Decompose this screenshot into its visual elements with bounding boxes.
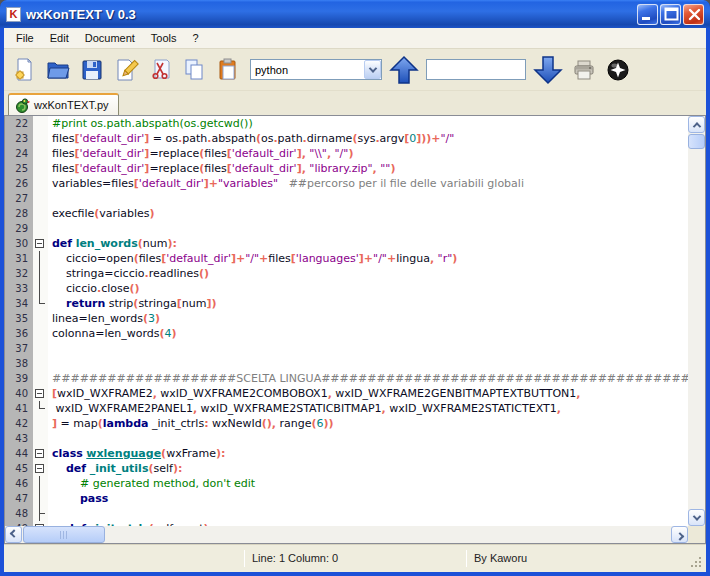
code-line-41[interactable]: 41 wxID_WXFRAME2PANEL1, wxID_WXFRAME2STA… [5,401,688,416]
line-number[interactable]: 45 [5,461,33,476]
line-number[interactable]: 24 [5,146,33,161]
code-line-30[interactable]: 30def len_words(num): [5,236,688,251]
code-line-48[interactable]: 48 [5,506,688,521]
menu-item-tools[interactable]: Tools [143,30,185,46]
code-line-29[interactable]: 29 [5,221,688,236]
scroll-down-button[interactable] [688,509,705,526]
code-text[interactable]: linea=len_words(3) [48,311,160,326]
line-number[interactable]: 37 [5,341,33,356]
horizontal-scrollbar[interactable] [5,526,688,543]
maximize-button[interactable] [660,4,681,25]
find-input[interactable] [426,59,526,80]
code-text[interactable]: def _init_utils(self): [48,461,182,476]
find-previous-button[interactable] [388,54,420,86]
code-line-35[interactable]: 35linea=len_words(3) [5,311,688,326]
code-line-42[interactable]: 42] = map(lambda _init_ctrls: wxNewId(),… [5,416,688,431]
code-line-31[interactable]: 31 ciccio=open(files['default_dir']+"/"+… [5,251,688,266]
code-line-45[interactable]: 45 def _init_utils(self): [5,461,688,476]
close-button[interactable] [683,4,704,25]
code-line-37[interactable]: 37 [5,341,688,356]
find-next-button[interactable] [532,54,564,86]
vertical-scrollbar[interactable] [688,116,705,526]
code-text[interactable]: files['default_dir'] = os.path.abspath(o… [48,131,454,146]
edit-button[interactable] [112,56,140,84]
code-text[interactable]: class wxlenguage(wxFrame): [48,446,225,461]
exit-button[interactable] [604,56,632,84]
code-text[interactable]: # generated method, don't edit [48,476,255,491]
code-text[interactable]: [wxID_WXFRAME2, wxID_WXFRAME2COMBOBOX1, … [48,386,580,401]
code-text[interactable] [48,506,52,521]
code-line-27[interactable]: 27 [5,191,688,206]
fold-toggle[interactable] [33,446,48,461]
code-text[interactable]: execfile(variables) [48,206,155,221]
cut-button[interactable] [146,56,174,84]
code-text[interactable]: files['default_dir']=replace(files['defa… [48,146,353,161]
line-number[interactable]: 40 [5,386,33,401]
line-number[interactable]: 26 [5,176,33,191]
code-text[interactable]: variables=files['default_dir']+"variable… [48,176,524,191]
code-line-38[interactable]: 38 [5,356,688,371]
line-number[interactable]: 48 [5,506,33,521]
resize-grip[interactable] [691,557,703,569]
new-file-button[interactable] [10,56,38,84]
scroll-up-button[interactable] [688,116,705,133]
code-text[interactable] [48,221,52,236]
scroll-right-button[interactable] [671,526,688,543]
code-text[interactable]: return strip(stringa[num]) [48,296,216,311]
line-number[interactable]: 47 [5,491,33,506]
line-number[interactable]: 41 [5,401,33,416]
line-number[interactable]: 46 [5,476,33,491]
save-button[interactable] [78,56,106,84]
line-number[interactable]: 28 [5,206,33,221]
code-text[interactable]: files['default_dir']=replace(files['defa… [48,161,395,176]
code-text[interactable]: ####################SCELTA LINGUA#######… [48,371,688,386]
code-line-26[interactable]: 26variables=files['default_dir']+"variab… [5,176,688,191]
line-number[interactable]: 27 [5,191,33,206]
code-text[interactable]: stringa=ciccio.readlines() [48,266,209,281]
line-number[interactable]: 39 [5,371,33,386]
code-line-40[interactable]: 40[wxID_WXFRAME2, wxID_WXFRAME2COMBOBOX1… [5,386,688,401]
menu-item-edit[interactable]: Edit [42,30,77,46]
code-line-39[interactable]: 39####################SCELTA LINGUA#####… [5,371,688,386]
code-line-34[interactable]: 34 return strip(stringa[num]) [5,296,688,311]
language-combobox[interactable]: python [250,59,382,80]
line-number[interactable]: 34 [5,296,33,311]
code-text[interactable] [48,191,52,206]
menu-item-document[interactable]: Document [77,30,143,46]
fold-toggle[interactable] [33,461,48,476]
combobox-dropdown-button[interactable] [364,60,381,79]
code-line-23[interactable]: 23files['default_dir'] = os.path.abspath… [5,131,688,146]
line-number[interactable]: 44 [5,446,33,461]
line-number[interactable]: 42 [5,416,33,431]
line-number[interactable]: 38 [5,356,33,371]
code-line-25[interactable]: 25files['default_dir']=replace(files['de… [5,161,688,176]
code-text[interactable]: def len_words(num): [48,236,177,251]
code-line-46[interactable]: 46 # generated method, don't edit [5,476,688,491]
line-number[interactable]: 36 [5,326,33,341]
line-number[interactable]: 32 [5,266,33,281]
code-lines[interactable]: 22#print os.path.abspath(os.getcwd())23f… [5,116,688,526]
code-text[interactable]: ] = map(lambda _init_ctrls: wxNewId(), r… [48,416,334,431]
fold-toggle[interactable] [33,236,48,251]
menu-item-file[interactable]: File [8,30,42,46]
line-number[interactable]: 43 [5,431,33,446]
paste-button[interactable] [214,56,242,84]
minimize-button[interactable] [637,4,658,25]
code-text[interactable] [48,431,52,446]
code-text[interactable]: #print os.path.abspath(os.getcwd()) [48,116,253,131]
code-line-36[interactable]: 36colonna=len_words(4) [5,326,688,341]
line-number[interactable]: 25 [5,161,33,176]
code-text[interactable] [48,356,52,371]
line-number[interactable]: 30 [5,236,33,251]
code-line-32[interactable]: 32 stringa=ciccio.readlines() [5,266,688,281]
code-line-47[interactable]: 47 pass [5,491,688,506]
line-number[interactable]: 35 [5,311,33,326]
print-button[interactable] [570,56,598,84]
scroll-left-button[interactable] [5,526,22,543]
line-number[interactable]: 23 [5,131,33,146]
vertical-scrollbar-thumb[interactable] [688,134,705,149]
horizontal-scrollbar-thumb[interactable] [23,526,105,543]
menu-item-help[interactable]: ? [185,30,207,46]
code-line-22[interactable]: 22#print os.path.abspath(os.getcwd()) [5,116,688,131]
code-text[interactable]: pass [48,491,108,506]
